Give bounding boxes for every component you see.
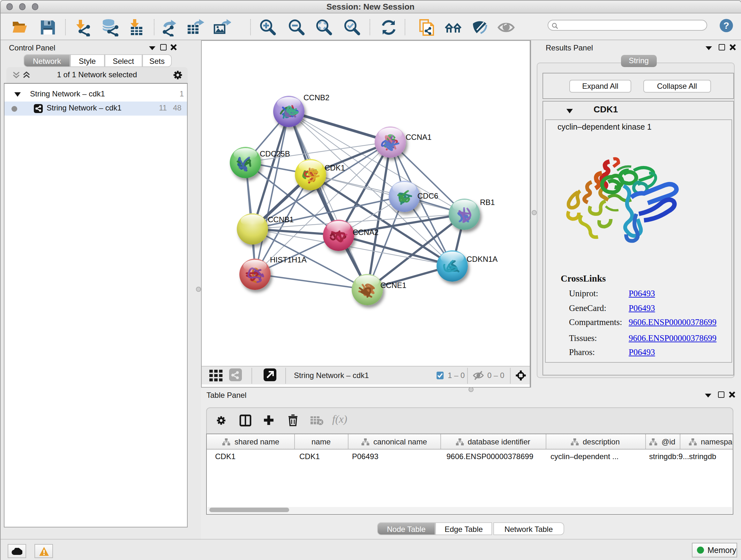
svg-text:?: ?: [724, 20, 729, 30]
